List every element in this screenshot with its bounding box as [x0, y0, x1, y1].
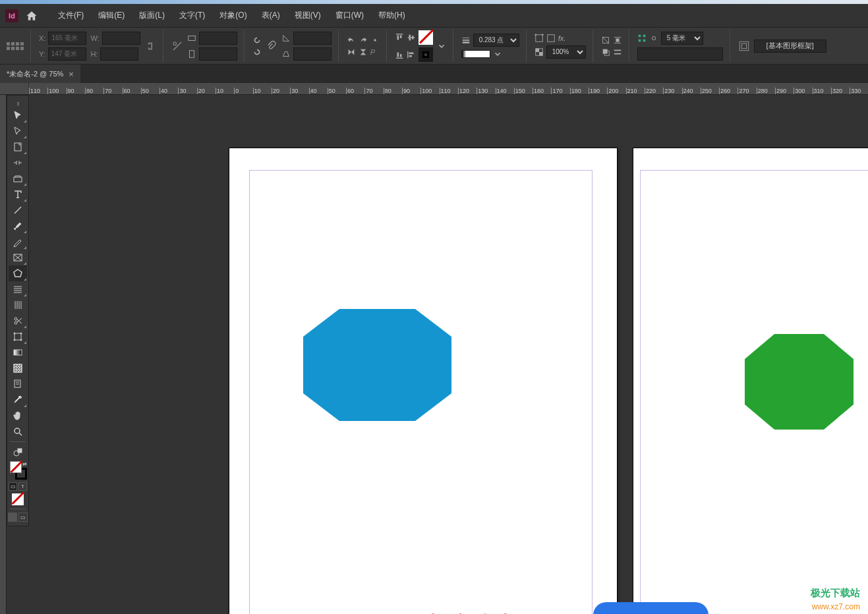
no-link-icon[interactable] [171, 40, 183, 52]
canvas-area[interactable]: 电脑技术网 www.tagxp.com TAG 极光下载站 www.xz7.co… [7, 95, 868, 614]
tool-grid-rows[interactable] [9, 281, 27, 297]
gap-wide-select[interactable] [637, 47, 723, 61]
gap-link-icon[interactable] [649, 34, 658, 43]
align-bottom-icon[interactable] [395, 50, 404, 59]
fill-none-swatch-icon[interactable] [419, 30, 433, 45]
tool-scissors[interactable] [9, 313, 27, 329]
opacity-select[interactable]: 100% [546, 45, 586, 59]
view-normal-icon[interactable] [8, 513, 17, 522]
tool-toggle-fill-stroke-target[interactable] [9, 444, 27, 460]
shear-input[interactable] [293, 47, 332, 61]
chevron-down-icon[interactable] [437, 42, 446, 51]
svg-rect-9 [412, 36, 414, 39]
x-input[interactable] [48, 32, 86, 45]
tool-pencil[interactable] [9, 234, 27, 250]
blue-octagon-shape[interactable] [303, 309, 451, 421]
menu-window[interactable]: 窗口(W) [329, 6, 370, 25]
frame-preset-label[interactable]: [基本图形框架] [754, 40, 826, 53]
tool-content-collector[interactable] [9, 171, 27, 186]
control-bar: X: Y: W: H: [0, 28, 868, 65]
menu-object[interactable]: 对象(O) [213, 6, 253, 25]
tool-gradient-feather[interactable] [9, 360, 27, 376]
scale-y-input[interactable] [199, 47, 237, 61]
menu-table[interactable]: 表(A) [255, 6, 287, 25]
tool-page[interactable] [9, 139, 27, 155]
link-attachment-icon[interactable] [266, 40, 277, 52]
corner-options-icon[interactable] [546, 34, 556, 43]
fill-proxy-icon[interactable] [10, 461, 22, 473]
tool-gap[interactable] [9, 155, 27, 171]
corner-frame-icon[interactable] [535, 34, 544, 43]
rotate-ccw-icon[interactable] [252, 47, 262, 57]
tool-type[interactable] [9, 186, 27, 202]
fit-frame-icon[interactable] [738, 40, 750, 52]
document-tab[interactable]: *未命名-2 @ 75% × [0, 65, 80, 83]
tool-polygon[interactable] [9, 265, 27, 281]
gap-icon[interactable] [637, 34, 647, 43]
text-wrap-around-icon[interactable] [613, 36, 622, 45]
stroke-style-swatch[interactable] [461, 50, 490, 58]
tool-eyedropper[interactable] [9, 392, 27, 408]
h-input[interactable] [100, 47, 138, 61]
tool-grid-cols[interactable] [9, 297, 27, 313]
rotate-cw-icon[interactable] [252, 36, 262, 45]
rotation-input[interactable] [293, 32, 332, 45]
tool-hand[interactable] [9, 408, 27, 424]
text-wrap-none-icon[interactable] [601, 36, 610, 45]
gap-select[interactable]: 5 毫米 [661, 32, 703, 45]
w-input[interactable] [102, 32, 140, 45]
tab-close-icon[interactable]: × [69, 69, 74, 79]
swap-fill-stroke-icon[interactable]: ⇄ [22, 461, 27, 467]
ruler-tick: 140 [496, 88, 507, 94]
stroke-style-dropdown-icon[interactable] [493, 49, 502, 59]
flip-vertical-icon[interactable] [359, 47, 368, 57]
format-text-icon[interactable]: T [18, 482, 27, 491]
tool-zoom[interactable] [9, 424, 27, 439]
view-preview-icon[interactable]: ▭ [18, 513, 28, 522]
y-input[interactable] [48, 47, 86, 61]
tool-free-transform[interactable] [9, 329, 27, 345]
svg-rect-34 [614, 53, 621, 54]
stroke-weight-select[interactable]: 0.283 点 [473, 34, 519, 47]
scale-x-input[interactable] [199, 32, 237, 45]
fill-stroke-proxy[interactable]: ⇄ [9, 461, 27, 481]
watermark-aurora-title: 极光下载站 [811, 587, 860, 600]
menu-type[interactable]: 文字(T) [173, 6, 212, 25]
menu-layout[interactable]: 版面(L) [132, 6, 171, 25]
tool-selection[interactable] [9, 107, 27, 123]
stroke-weight-icon [461, 36, 471, 45]
reference-point-grid-icon[interactable] [7, 42, 24, 50]
ruler-tick: 320 [831, 88, 842, 94]
ruler-tick: 0 [234, 88, 239, 94]
menu-file[interactable]: 文件(F) [51, 6, 90, 25]
align-top-icon[interactable] [395, 33, 404, 42]
fx-label[interactable]: fx. [558, 34, 566, 42]
flip-horizontal-icon[interactable] [347, 47, 356, 57]
green-octagon-shape[interactable] [745, 334, 854, 430]
stroke-black-swatch-icon[interactable] [419, 47, 433, 62]
align-left-icon[interactable] [407, 50, 416, 59]
tool-gradient-swatch[interactable] [9, 345, 27, 360]
menu-edit[interactable]: 编辑(E) [92, 6, 131, 25]
h-label: H: [90, 50, 98, 58]
gap-group: 5 毫米 [637, 30, 730, 62]
constrain-proportions-icon[interactable] [144, 40, 156, 52]
tool-pen[interactable] [9, 218, 27, 234]
apply-none-icon[interactable] [12, 493, 24, 505]
tool-direct-selection[interactable] [9, 123, 27, 139]
ruler-tick: 30 [290, 88, 298, 94]
menu-help[interactable]: 帮助(H) [372, 6, 412, 25]
home-icon[interactable] [25, 10, 38, 22]
tool-note[interactable] [9, 376, 27, 392]
clear-effects-icon[interactable] [613, 47, 622, 57]
align-vcenter-icon[interactable] [407, 33, 416, 42]
toolbox-drag-handle[interactable] [7, 98, 28, 106]
format-container-icon[interactable]: ▭ [9, 482, 17, 491]
undo-arrow-icon[interactable] [347, 36, 356, 45]
menu-view[interactable]: 视图(V) [288, 6, 328, 25]
redo-arrow-icon[interactable] [359, 36, 368, 45]
ruler-tick: 180 [570, 88, 581, 94]
tool-line[interactable] [9, 202, 27, 218]
drop-shadow-icon[interactable] [601, 47, 610, 57]
tool-rectangle-frame[interactable] [9, 250, 27, 265]
